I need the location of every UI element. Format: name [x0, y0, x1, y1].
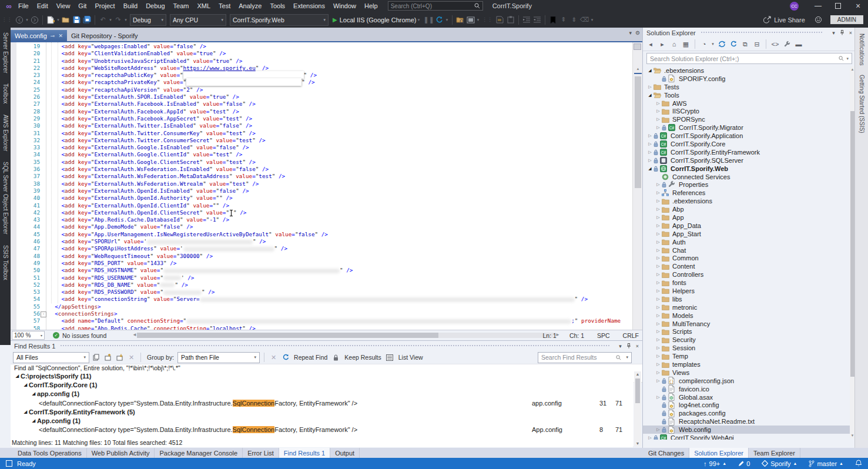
toolbar-grip-2[interactable]: ⋮⋮ — [482, 17, 493, 22]
tree-item-multitenancy[interactable]: ▷MultiTenancy — [643, 320, 850, 328]
code-line[interactable]: 24 <add key="recaptchaPrivateKey" value=… — [11, 79, 632, 86]
scroll-down-arrow[interactable]: ▼ — [634, 441, 641, 445]
toolbar-overflow[interactable]: ▾ — [590, 18, 595, 22]
expander-icon[interactable]: ▷ — [655, 101, 662, 106]
indent-decrease-icon[interactable] — [521, 15, 532, 25]
start-debugging-button[interactable]: ▶ Local IIS (Google Chrome) ▾ — [333, 16, 421, 24]
expander-icon[interactable]: ▷ — [655, 313, 662, 318]
code-line[interactable]: 48 <add key="WebRequestTimeout" value="3… — [11, 253, 632, 260]
tree-item-compilerconfig-json[interactable]: ▷{}compilerconfig.json — [643, 377, 850, 385]
tree-item-tools[interactable]: ◢Tools — [643, 91, 850, 99]
copy-results-icon[interactable] — [91, 352, 101, 363]
code-line[interactable]: 33 <add key="ExternalAuth.Google.IsEnabl… — [11, 144, 632, 151]
expander-icon[interactable]: ▷ — [655, 207, 662, 212]
expander-icon[interactable]: ▷ — [655, 370, 662, 375]
new-query-icon[interactable] — [495, 15, 505, 25]
menu-file[interactable]: File — [14, 2, 33, 9]
expander-icon[interactable]: ▷ — [655, 109, 662, 113]
panel-tab-data-tools-operations[interactable]: Data Tools Operations — [13, 448, 87, 458]
code-line[interactable]: 52 <add key="RDS_DB_NAME" value="" /> — [11, 282, 632, 289]
menu-tools[interactable]: Tools — [266, 2, 289, 9]
tree-item-iiscrypto[interactable]: ▷IISCrypto — [643, 107, 850, 115]
tree-item-corrit-sporify-application[interactable]: ▷C#CorrIT.Sporify.Application — [643, 132, 850, 140]
tool-tab-toolbox[interactable]: Toolbox — [2, 83, 9, 103]
expander-icon[interactable]: ▷ — [655, 256, 662, 260]
tree-item-web-config[interactable]: ▷Web.config — [643, 426, 850, 434]
code-line[interactable]: 32 <add key="ExternalAuth.Twitter.Consum… — [11, 137, 632, 144]
code-line[interactable]: 34 <add key="ExternalAuth.Google.ClientI… — [11, 151, 632, 158]
pause-icon[interactable]: ❚❚ — [424, 15, 434, 25]
browser-dropdown[interactable]: ▾ — [476, 18, 481, 22]
pending-edits-button[interactable]: 0 — [738, 460, 750, 467]
pin-icon[interactable] — [840, 30, 844, 35]
tree-item-corrit-sporify-entityframework[interactable]: ▷C#CorrIT.Sporify.EntityFramework — [643, 148, 850, 156]
code-line[interactable]: 27 <add key="ExternalAuth.Facebook.IsEna… — [11, 101, 632, 108]
repeat-find-label[interactable]: Repeat Find — [294, 354, 327, 361]
startup-project-select[interactable]: CorrIT.Sporify.Web▾ — [230, 14, 329, 26]
tool-tab-notifications[interactable]: Notifications — [859, 34, 865, 65]
code-line[interactable]: 44 <add key="App.DemoMode" value="false"… — [11, 223, 632, 230]
scroll-up-arrow[interactable]: ▲ — [634, 372, 641, 376]
code-line[interactable]: 19 <add key="webpages:Enabled" value="fa… — [11, 43, 632, 50]
code-line[interactable]: 38 <add key="ExternalAuth.WsFederation.W… — [11, 180, 632, 187]
code-line[interactable]: 39 <add key="ExternalAuth.OpenId.IsEnabl… — [11, 187, 632, 195]
editor-split-handle[interactable] — [634, 43, 641, 50]
save-icon[interactable] — [71, 15, 82, 25]
quick-search-input[interactable]: Search (Ctrl+Q) — [388, 1, 483, 11]
code-line[interactable]: 53 <add key="RDS_PASSWORD" value="" /> — [11, 289, 632, 296]
tree-item-metronic[interactable]: ▷metronic — [643, 303, 850, 311]
tree-item-tests[interactable]: ▷Tests — [643, 83, 850, 91]
solution-platform-select[interactable]: Any CPU▾ — [170, 14, 226, 26]
tree-item-models[interactable]: ▷Models — [643, 311, 850, 320]
toggle-bookmark-icon[interactable] — [548, 15, 558, 25]
expander-icon[interactable]: ▷ — [655, 240, 662, 244]
menu-test[interactable]: Test — [215, 2, 234, 9]
preview-selected-icon[interactable]: ▬ — [793, 39, 804, 49]
expander-icon[interactable]: ▷ — [655, 264, 662, 269]
run-target-dropdown[interactable]: ▾ — [417, 18, 421, 22]
find-group-row[interactable]: ◢App.config (1) — [11, 416, 634, 425]
tree-item-views[interactable]: ▷Views — [643, 369, 850, 377]
panel-tab-error-list[interactable]: Error List — [243, 448, 279, 458]
code-line[interactable]: 54 <add key="connectionString" value="Se… — [11, 296, 632, 303]
expander-icon[interactable]: ▷ — [655, 346, 662, 350]
expander-icon[interactable]: ▷ — [646, 85, 653, 89]
tree-item-corrit-sporify-migrator[interactable]: ▷C#CorrIT.Sporify.Migrator — [643, 123, 850, 132]
expander-icon[interactable]: ◢ — [31, 391, 37, 396]
code-line[interactable]: 36 <add key="ExternalAuth.WsFederation.I… — [11, 166, 632, 173]
code-line[interactable]: 55 </appSettings> — [11, 303, 632, 310]
navigate-forward-icon[interactable] — [29, 15, 40, 25]
undo-icon[interactable]: ↶ — [98, 15, 108, 25]
find-group-row[interactable]: ◢CorrIT.Sporify.EntityFramework (5) — [11, 407, 634, 416]
zoom-level-select[interactable]: 100 %▾ — [12, 331, 45, 340]
expander-icon[interactable]: ▷ — [655, 289, 662, 293]
expander-icon[interactable]: ▷ — [646, 150, 653, 155]
expander-icon[interactable]: ▷ — [655, 354, 662, 359]
tree-item-references[interactable]: ▷References — [643, 189, 850, 197]
expander-icon[interactable]: ▷ — [655, 232, 662, 236]
tree-item-helpers[interactable]: ▷Helpers — [643, 287, 850, 295]
tree-item-abp[interactable]: ▷Abp — [643, 205, 850, 213]
solution-explorer-title-bar[interactable]: Solution Explorer ▾ × — [643, 28, 856, 38]
repository-button[interactable]: Sporify ▲ — [762, 460, 797, 467]
code-line[interactable]: 23 <add key="recaptchaPublicKey" value="… — [11, 72, 632, 79]
tree-item-corrit-sporify-sqlserver[interactable]: ▷CorrIT.Sporify.SQLServer — [643, 156, 850, 165]
code-line[interactable]: 50 <add key="RDS_HOSTNAME" value="" /> — [11, 267, 632, 274]
view-code-icon[interactable]: <> — [770, 39, 780, 49]
tree-item-app-data[interactable]: ▷App_Data — [643, 222, 850, 230]
menu-project[interactable]: Project — [91, 2, 119, 9]
menu-analyze[interactable]: Analyze — [234, 2, 266, 9]
tool-tab-aws-explorer[interactable]: AWS Explorer — [2, 115, 9, 151]
expander-icon[interactable]: ◢ — [646, 93, 653, 98]
live-share-label[interactable]: Live Share — [774, 16, 805, 24]
pin-icon[interactable]: ⊸ — [51, 33, 55, 39]
expander-icon[interactable]: ▷ — [655, 199, 662, 203]
expander-icon[interactable]: ▷ — [655, 297, 662, 302]
tool-tab-ssis-toolbox[interactable]: SSIS Toolbox — [2, 245, 9, 280]
tree-item-app-start[interactable]: ▷App_Start — [643, 230, 850, 238]
document-tab-web-config[interactable]: Web.config⊸✕ — [11, 30, 67, 41]
preview-in-browser-icon[interactable] — [465, 15, 476, 25]
expander-icon[interactable]: ▷ — [646, 142, 653, 146]
close-icon[interactable]: × — [849, 30, 852, 36]
panel-tab-team-explorer[interactable]: Team Explorer — [749, 448, 800, 458]
